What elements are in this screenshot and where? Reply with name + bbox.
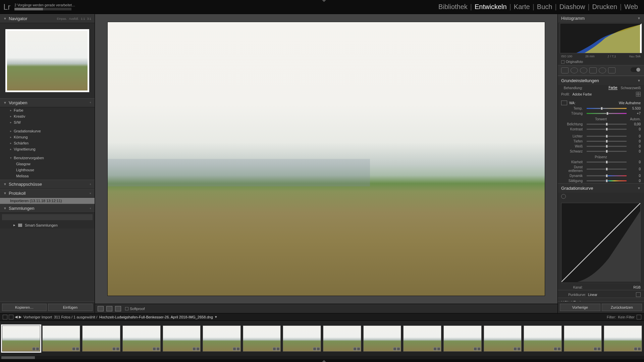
thumb-badge-icon[interactable] bbox=[112, 347, 116, 351]
previous-button[interactable]: Vorherige bbox=[560, 304, 600, 311]
reset-button[interactable]: Zurücksetzen bbox=[602, 304, 642, 311]
nav-fit[interactable]: Einpas. bbox=[57, 17, 67, 20]
thumb-badge-icon[interactable] bbox=[313, 347, 316, 351]
thumb-badge-icon[interactable] bbox=[393, 347, 396, 351]
add-icon[interactable]: + bbox=[90, 183, 91, 186]
treatment-bw[interactable]: Schwarzweiß bbox=[621, 86, 641, 90]
grid-icon[interactable] bbox=[9, 315, 13, 319]
filmstrip-thumb[interactable] bbox=[443, 325, 482, 352]
thumb-badge-icon[interactable] bbox=[276, 347, 280, 351]
navigator-thumbnail[interactable] bbox=[5, 29, 89, 92]
curve-channel-value[interactable]: RGB bbox=[633, 286, 641, 289]
tint-value[interactable]: +7 bbox=[629, 112, 641, 115]
saturation-value[interactable]: 0 bbox=[629, 179, 641, 183]
filmstrip-thumb[interactable] bbox=[82, 325, 120, 352]
vibrance-value[interactable]: 0 bbox=[629, 174, 641, 178]
preset-group-user[interactable]: ▾Benutzervorgaben bbox=[0, 155, 95, 161]
curve-target-icon[interactable] bbox=[561, 194, 566, 199]
thumb-badge-icon[interactable] bbox=[236, 347, 240, 351]
graduated-tool-icon[interactable] bbox=[589, 67, 597, 73]
clarity-value[interactable]: 0 bbox=[629, 160, 641, 164]
highlights-value[interactable]: 0 bbox=[629, 134, 641, 138]
compare-icon[interactable] bbox=[115, 306, 121, 311]
thumb-badge-icon[interactable] bbox=[638, 347, 641, 351]
back-icon[interactable]: ◀ bbox=[15, 315, 17, 319]
filmstrip-thumb[interactable] bbox=[283, 325, 321, 352]
blacks-value[interactable]: 0 bbox=[629, 149, 641, 153]
thumb-badge-icon[interactable] bbox=[273, 347, 276, 351]
thumb-badge-icon[interactable] bbox=[397, 347, 400, 351]
smart-collections-item[interactable]: ▸ Smart-Sammlungen bbox=[0, 222, 95, 229]
snapshots-header[interactable]: ▼ Schnappschüsse + bbox=[0, 180, 95, 189]
profile-browser-icon[interactable] bbox=[636, 92, 641, 97]
thumb-badge-icon[interactable] bbox=[514, 347, 517, 351]
shadows-value[interactable]: 0 bbox=[629, 139, 641, 143]
thumb-badge-icon[interactable] bbox=[116, 347, 119, 351]
thumb-badge-icon[interactable] bbox=[474, 347, 477, 351]
wb-dropdown[interactable]: Wie Aufnahme bbox=[619, 101, 641, 105]
add-icon[interactable]: + bbox=[90, 207, 91, 210]
exposure-value[interactable]: 0,00 bbox=[629, 122, 641, 126]
module-diashow[interactable]: Diashow bbox=[557, 3, 588, 11]
filmstrip-thumb[interactable] bbox=[524, 325, 562, 352]
module-bibliothek[interactable]: Bibliothek bbox=[436, 3, 470, 11]
thumb-badge-icon[interactable] bbox=[477, 347, 481, 351]
tone-curve[interactable] bbox=[561, 203, 641, 283]
chevron-down-icon[interactable]: ▼ bbox=[637, 186, 641, 190]
chevron-down-icon[interactable]: ▼ bbox=[637, 16, 641, 20]
history-entry[interactable]: Importieren (13.11.18 13:12:11) bbox=[0, 198, 95, 204]
preset-item[interactable]: ▸Schärfen bbox=[0, 140, 95, 146]
thumb-badge-icon[interactable] bbox=[433, 347, 437, 351]
module-entwickeln[interactable]: Entwickeln bbox=[472, 3, 509, 11]
filter-dropdown[interactable]: Kein Filter bbox=[618, 315, 635, 319]
histogram-chart[interactable] bbox=[560, 23, 642, 53]
filmstrip-thumb[interactable] bbox=[163, 325, 201, 352]
exposure-slider[interactable] bbox=[587, 124, 627, 125]
pointcurve-value[interactable]: Linear bbox=[588, 293, 597, 297]
navigator-header[interactable]: ▼ Navigator Einpas. Ausfüll. 1:1 3:1 bbox=[0, 14, 95, 23]
presets-header[interactable]: ▼ Vorgaben + bbox=[0, 98, 95, 107]
second-window-icon[interactable] bbox=[3, 315, 7, 319]
radial-tool-icon[interactable] bbox=[599, 67, 606, 73]
thumb-badge-icon[interactable] bbox=[557, 347, 561, 351]
thumb-badge-icon[interactable] bbox=[353, 347, 357, 351]
contrast-slider[interactable] bbox=[587, 129, 627, 130]
chevron-up-icon[interactable] bbox=[322, 358, 326, 362]
flag-dropdown-icon[interactable]: ▾ bbox=[215, 315, 217, 319]
copy-button[interactable]: Kopieren… bbox=[2, 304, 47, 311]
loupe-view-icon[interactable] bbox=[98, 306, 104, 311]
filmstrip-thumb[interactable] bbox=[484, 325, 522, 352]
treatment-color[interactable]: Farbe bbox=[608, 86, 617, 90]
source-label[interactable]: Vorheriger Import bbox=[23, 315, 52, 319]
thumb-badge-icon[interactable] bbox=[357, 347, 360, 351]
thumb-badge-icon[interactable] bbox=[32, 347, 36, 351]
history-header[interactable]: ▼ Protokoll × bbox=[0, 189, 95, 198]
filmstrip-thumb[interactable] bbox=[604, 325, 642, 352]
crop-tool-icon[interactable] bbox=[561, 67, 569, 73]
preset-item[interactable]: ▸Farbe bbox=[0, 107, 95, 113]
preset-item[interactable]: ▸Kreativ bbox=[0, 113, 95, 119]
thumb-badge-icon[interactable] bbox=[193, 347, 196, 351]
module-buch[interactable]: Buch bbox=[534, 3, 555, 11]
module-karte[interactable]: Karte bbox=[511, 3, 533, 11]
whites-value[interactable]: 0 bbox=[629, 144, 641, 148]
thumb-badge-icon[interactable] bbox=[554, 347, 557, 351]
add-icon[interactable]: + bbox=[90, 101, 91, 104]
before-after-icon[interactable] bbox=[106, 306, 112, 311]
original-checkbox[interactable] bbox=[561, 60, 565, 64]
chevron-down-icon[interactable] bbox=[322, 0, 326, 4]
preset-item[interactable]: ▸Körnung bbox=[0, 134, 95, 140]
thumb-badge-icon[interactable] bbox=[36, 347, 39, 351]
filmstrip-thumb[interactable] bbox=[203, 325, 241, 352]
filmstrip-thumb[interactable] bbox=[122, 325, 161, 352]
thumb-badge-icon[interactable] bbox=[72, 347, 75, 351]
nav-fill[interactable]: Ausfüll. bbox=[69, 17, 79, 20]
collections-header[interactable]: ▼ Sammlungen + bbox=[0, 204, 95, 213]
brush-tool-icon[interactable] bbox=[608, 67, 615, 73]
main-photo-view[interactable] bbox=[107, 22, 545, 296]
nav-zoom-1-1[interactable]: 1:1 bbox=[81, 17, 85, 20]
preset-item[interactable]: Glasgow bbox=[0, 161, 95, 167]
saturation-slider[interactable] bbox=[587, 180, 627, 181]
filmstrip-thumb[interactable] bbox=[2, 325, 40, 352]
forward-icon[interactable]: ▶ bbox=[19, 315, 21, 319]
